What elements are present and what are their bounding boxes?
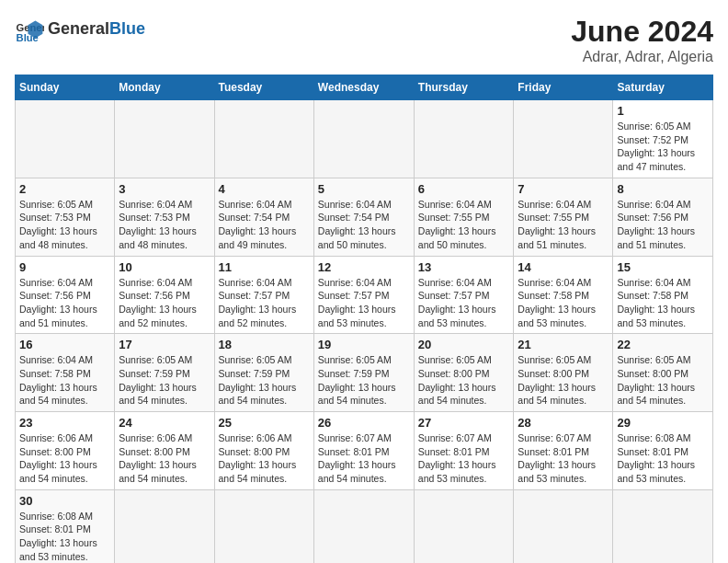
calendar-cell: 21Sunrise: 6:05 AM Sunset: 8:00 PM Dayli… bbox=[514, 334, 613, 412]
day-number: 15 bbox=[617, 260, 709, 274]
logo: General Blue GeneralBlue bbox=[15, 15, 145, 44]
calendar-week-5: 30Sunrise: 6:08 AM Sunset: 8:01 PM Dayli… bbox=[16, 489, 713, 563]
calendar-cell: 4Sunrise: 6:04 AM Sunset: 7:54 PM Daylig… bbox=[214, 178, 313, 256]
day-number: 25 bbox=[219, 416, 310, 430]
day-number: 19 bbox=[318, 338, 410, 351]
calendar-week-1: 2Sunrise: 6:05 AM Sunset: 7:53 PM Daylig… bbox=[16, 178, 713, 256]
logo-general: General bbox=[48, 19, 109, 38]
calendar-cell bbox=[414, 489, 514, 563]
day-number: 28 bbox=[518, 416, 609, 430]
logo-icon: General Blue bbox=[15, 15, 44, 44]
calendar-cell: 27Sunrise: 6:07 AM Sunset: 8:01 PM Dayli… bbox=[414, 412, 514, 490]
day-info: Sunrise: 6:06 AM Sunset: 8:00 PM Dayligh… bbox=[219, 431, 310, 486]
day-info: Sunrise: 6:05 AM Sunset: 8:00 PM Dayligh… bbox=[518, 353, 609, 408]
calendar-cell: 8Sunrise: 6:04 AM Sunset: 7:56 PM Daylig… bbox=[613, 178, 713, 256]
day-info: Sunrise: 6:05 AM Sunset: 8:00 PM Dayligh… bbox=[617, 353, 709, 408]
day-info: Sunrise: 6:06 AM Sunset: 8:00 PM Dayligh… bbox=[19, 431, 110, 486]
day-number: 26 bbox=[318, 416, 410, 430]
header-cell-sunday: Sunday bbox=[16, 75, 115, 100]
day-number: 30 bbox=[19, 494, 110, 508]
calendar-cell bbox=[214, 489, 313, 563]
calendar-cell: 2Sunrise: 6:05 AM Sunset: 7:53 PM Daylig… bbox=[16, 178, 115, 256]
header-cell-friday: Friday bbox=[514, 75, 613, 100]
day-number: 4 bbox=[219, 182, 310, 196]
day-info: Sunrise: 6:08 AM Sunset: 8:01 PM Dayligh… bbox=[19, 510, 110, 563]
day-number: 14 bbox=[518, 260, 609, 274]
calendar-week-2: 9Sunrise: 6:04 AM Sunset: 7:56 PM Daylig… bbox=[16, 256, 713, 334]
day-number: 6 bbox=[418, 182, 510, 196]
calendar-cell: 15Sunrise: 6:04 AM Sunset: 7:58 PM Dayli… bbox=[613, 256, 713, 334]
day-number: 12 bbox=[318, 260, 410, 274]
day-number: 8 bbox=[617, 182, 709, 196]
calendar-cell bbox=[414, 100, 514, 178]
day-number: 1 bbox=[617, 104, 709, 118]
calendar-cell: 9Sunrise: 6:04 AM Sunset: 7:56 PM Daylig… bbox=[16, 256, 115, 334]
calendar-cell bbox=[514, 100, 613, 178]
calendar-cell bbox=[214, 100, 313, 178]
calendar-cell: 25Sunrise: 6:06 AM Sunset: 8:00 PM Dayli… bbox=[214, 412, 313, 490]
calendar-header: SundayMondayTuesdayWednesdayThursdayFrid… bbox=[16, 75, 713, 100]
day-info: Sunrise: 6:04 AM Sunset: 7:54 PM Dayligh… bbox=[318, 198, 410, 252]
calendar-week-0: 1Sunrise: 6:05 AM Sunset: 7:52 PM Daylig… bbox=[16, 100, 713, 178]
header-row: SundayMondayTuesdayWednesdayThursdayFrid… bbox=[16, 75, 713, 100]
calendar-cell: 17Sunrise: 6:05 AM Sunset: 7:59 PM Dayli… bbox=[115, 334, 214, 412]
calendar-cell: 22Sunrise: 6:05 AM Sunset: 8:00 PM Dayli… bbox=[613, 334, 713, 412]
day-number: 13 bbox=[418, 260, 510, 274]
day-info: Sunrise: 6:04 AM Sunset: 7:55 PM Dayligh… bbox=[418, 198, 510, 252]
day-info: Sunrise: 6:04 AM Sunset: 7:54 PM Dayligh… bbox=[219, 198, 310, 252]
day-info: Sunrise: 6:04 AM Sunset: 7:58 PM Dayligh… bbox=[19, 353, 110, 408]
calendar-cell: 1Sunrise: 6:05 AM Sunset: 7:52 PM Daylig… bbox=[613, 100, 713, 178]
day-info: Sunrise: 6:05 AM Sunset: 7:59 PM Dayligh… bbox=[219, 353, 310, 408]
calendar-cell bbox=[16, 100, 115, 178]
day-info: Sunrise: 6:04 AM Sunset: 7:53 PM Dayligh… bbox=[119, 198, 210, 252]
calendar-cell: 16Sunrise: 6:04 AM Sunset: 7:58 PM Dayli… bbox=[16, 334, 115, 412]
day-info: Sunrise: 6:05 AM Sunset: 7:59 PM Dayligh… bbox=[318, 353, 410, 408]
header-cell-monday: Monday bbox=[115, 75, 214, 100]
day-info: Sunrise: 6:06 AM Sunset: 8:00 PM Dayligh… bbox=[119, 431, 210, 486]
day-number: 10 bbox=[119, 260, 210, 274]
calendar-week-3: 16Sunrise: 6:04 AM Sunset: 7:58 PM Dayli… bbox=[16, 334, 713, 412]
calendar-cell: 19Sunrise: 6:05 AM Sunset: 7:59 PM Dayli… bbox=[313, 334, 414, 412]
calendar-cell: 23Sunrise: 6:06 AM Sunset: 8:00 PM Dayli… bbox=[16, 412, 115, 490]
day-info: Sunrise: 6:04 AM Sunset: 7:58 PM Dayligh… bbox=[617, 276, 709, 330]
header: General Blue GeneralBlue June 2024 Adrar… bbox=[15, 15, 713, 65]
calendar-cell: 26Sunrise: 6:07 AM Sunset: 8:01 PM Dayli… bbox=[313, 412, 414, 490]
day-info: Sunrise: 6:04 AM Sunset: 7:55 PM Dayligh… bbox=[518, 198, 609, 252]
logo-blue: Blue bbox=[109, 19, 145, 38]
day-number: 29 bbox=[617, 416, 709, 430]
day-number: 17 bbox=[119, 338, 210, 351]
day-info: Sunrise: 6:05 AM Sunset: 7:52 PM Dayligh… bbox=[617, 120, 709, 174]
calendar-cell bbox=[514, 489, 613, 563]
title-area: June 2024 Adrar, Adrar, Algeria bbox=[571, 15, 713, 65]
calendar-cell: 29Sunrise: 6:08 AM Sunset: 8:01 PM Dayli… bbox=[613, 412, 713, 490]
day-info: Sunrise: 6:04 AM Sunset: 7:58 PM Dayligh… bbox=[518, 276, 609, 330]
header-cell-thursday: Thursday bbox=[414, 75, 514, 100]
day-number: 2 bbox=[19, 182, 110, 196]
day-info: Sunrise: 6:08 AM Sunset: 8:01 PM Dayligh… bbox=[617, 431, 709, 486]
day-info: Sunrise: 6:05 AM Sunset: 7:53 PM Dayligh… bbox=[19, 198, 110, 252]
day-number: 24 bbox=[119, 416, 210, 430]
calendar-week-4: 23Sunrise: 6:06 AM Sunset: 8:00 PM Dayli… bbox=[16, 412, 713, 490]
header-cell-wednesday: Wednesday bbox=[313, 75, 414, 100]
day-info: Sunrise: 6:04 AM Sunset: 7:57 PM Dayligh… bbox=[318, 276, 410, 330]
day-info: Sunrise: 6:04 AM Sunset: 7:57 PM Dayligh… bbox=[418, 276, 510, 330]
calendar-cell: 5Sunrise: 6:04 AM Sunset: 7:54 PM Daylig… bbox=[313, 178, 414, 256]
day-number: 20 bbox=[418, 338, 510, 351]
day-info: Sunrise: 6:04 AM Sunset: 7:57 PM Dayligh… bbox=[219, 276, 310, 330]
calendar-cell: 20Sunrise: 6:05 AM Sunset: 8:00 PM Dayli… bbox=[414, 334, 514, 412]
calendar-cell: 14Sunrise: 6:04 AM Sunset: 7:58 PM Dayli… bbox=[514, 256, 613, 334]
day-number: 21 bbox=[518, 338, 609, 351]
calendar-cell: 11Sunrise: 6:04 AM Sunset: 7:57 PM Dayli… bbox=[214, 256, 313, 334]
day-info: Sunrise: 6:04 AM Sunset: 7:56 PM Dayligh… bbox=[119, 276, 210, 330]
calendar-cell bbox=[613, 489, 713, 563]
day-number: 5 bbox=[318, 182, 410, 196]
day-info: Sunrise: 6:07 AM Sunset: 8:01 PM Dayligh… bbox=[518, 431, 609, 486]
day-info: Sunrise: 6:04 AM Sunset: 7:56 PM Dayligh… bbox=[617, 198, 709, 252]
calendar-cell: 30Sunrise: 6:08 AM Sunset: 8:01 PM Dayli… bbox=[16, 489, 115, 563]
day-number: 7 bbox=[518, 182, 609, 196]
day-info: Sunrise: 6:05 AM Sunset: 7:59 PM Dayligh… bbox=[119, 353, 210, 408]
calendar-cell: 6Sunrise: 6:04 AM Sunset: 7:55 PM Daylig… bbox=[414, 178, 514, 256]
calendar-cell: 18Sunrise: 6:05 AM Sunset: 7:59 PM Dayli… bbox=[214, 334, 313, 412]
day-number: 18 bbox=[219, 338, 310, 351]
day-number: 11 bbox=[219, 260, 310, 274]
